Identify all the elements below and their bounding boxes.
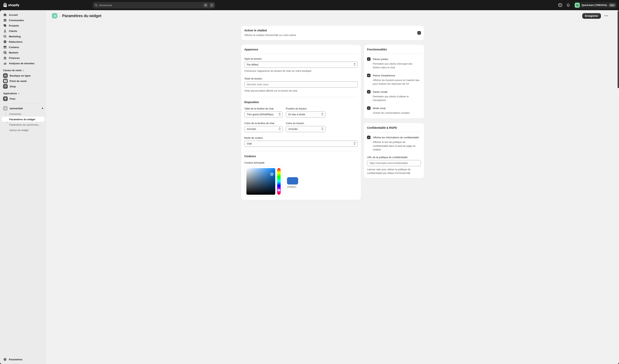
appearance-card: Apparence Style du bouton Par défaut Cho… bbox=[241, 45, 310, 182]
sidebar-item-clients[interactable]: Clients bbox=[1, 28, 45, 34]
button-text-help: Texte personnalisé affiché sur le bouton… bbox=[244, 89, 310, 93]
button-position-field: Position du bouton En bas à droite bbox=[286, 107, 310, 118]
color-picker bbox=[244, 166, 283, 182]
app-panel: Accueil Commandes Produits Clients Marke… bbox=[0, 10, 310, 182]
color-mode-select[interactable]: Clair bbox=[244, 141, 310, 147]
target-icon bbox=[3, 34, 7, 38]
search-bar[interactable]: Rechercher ⌘ K bbox=[93, 2, 215, 8]
chat-window-corners-select[interactable]: Arrondis bbox=[244, 126, 283, 132]
shop-icon bbox=[3, 84, 8, 89]
primary-color-label: Couleur principale bbox=[244, 161, 310, 164]
bank-icon bbox=[3, 56, 7, 60]
sidebar-item-aismarttalk[interactable]: aismarttalk bbox=[1, 105, 45, 111]
saturation-handle[interactable] bbox=[270, 173, 273, 176]
sidebar: Accueil Commandes Produits Clients Marke… bbox=[0, 10, 46, 182]
button-position-select[interactable]: En bas à droite bbox=[286, 112, 310, 118]
sidebar-subitem-apercu-du-widget[interactable]: Aperçu du widget bbox=[1, 127, 45, 133]
sidebar-item-markets[interactable]: $ Markets bbox=[1, 50, 45, 55]
content-icon bbox=[3, 45, 7, 49]
sidebar-item-shop[interactable]: Shop bbox=[1, 84, 45, 89]
sidebar-item-commandes[interactable]: Commandes bbox=[1, 17, 45, 23]
kbd-k: K bbox=[210, 3, 214, 7]
page-header: › Paramètres du widget Enregistrer bbox=[46, 10, 310, 22]
search-icon bbox=[95, 4, 98, 7]
select-caret-icon bbox=[279, 113, 281, 116]
kbd-cmd: ⌘ bbox=[204, 3, 208, 7]
flow-icon bbox=[3, 96, 8, 101]
globe-icon: $ bbox=[3, 51, 7, 55]
chat-window-size-field: Taille de la fenêtre de chat Très grand … bbox=[244, 107, 283, 118]
sidebar-section-canaux[interactable]: Canaux de vente bbox=[1, 68, 45, 73]
sidebar-item-contenu[interactable]: Contenu bbox=[1, 44, 45, 50]
shopify-wordmark: shopify bbox=[8, 3, 19, 7]
tag-icon bbox=[3, 24, 7, 28]
storefront-icon bbox=[3, 73, 8, 78]
primary-color-field: Couleur principale bbox=[244, 161, 310, 182]
color-mode-field: Mode de couleur Clair bbox=[244, 136, 310, 147]
discount-icon bbox=[3, 40, 7, 44]
button-text-input-wrap bbox=[244, 81, 310, 87]
enable-chatbot-title: Activer le chatbot bbox=[244, 29, 310, 32]
breadcrumb-chevron-icon: › bbox=[59, 14, 60, 17]
select-caret-icon bbox=[279, 127, 281, 131]
sidebar-item-boutique-en-ligne[interactable]: Boutique en ligne bbox=[1, 73, 45, 78]
page-title: Paramètres du widget bbox=[62, 14, 101, 18]
aismarttalk-group: › aismarttalk Connexion Paramètres du wi… bbox=[1, 105, 45, 133]
shopify-logo[interactable]: shopify bbox=[3, 2, 19, 8]
orders-icon bbox=[3, 18, 7, 22]
button-corners-field: Coins du bouton Arrondis bbox=[286, 122, 310, 132]
chevron-right-icon bbox=[22, 70, 24, 71]
chat-window-corners-field: Coins de la fenêtre de chat Arrondis bbox=[244, 122, 283, 132]
pos-icon bbox=[3, 79, 8, 83]
sidebar-item-accueil[interactable]: Accueil bbox=[1, 12, 45, 17]
sidebar-section-applications[interactable]: Applications bbox=[1, 91, 45, 96]
appearance-section-title: Apparence bbox=[244, 48, 310, 51]
topbar: shopify Rechercher ⌘ K Q( bbox=[0, 0, 310, 10]
saturation-area[interactable] bbox=[246, 168, 275, 182]
active-dot bbox=[42, 108, 43, 109]
sidebar-subitem-connexion[interactable]: Connexion bbox=[1, 111, 45, 117]
button-corners-select[interactable]: Arrondis bbox=[286, 126, 310, 132]
button-style-field: Style du bouton Par défaut Choisissez l'… bbox=[244, 57, 310, 73]
hue-slider[interactable] bbox=[277, 168, 281, 182]
button-style-help: Choisissez l'apparence du bouton de chat… bbox=[244, 69, 310, 73]
shopify-bag-icon bbox=[3, 2, 7, 8]
sidebar-item-marketing[interactable]: Marketing bbox=[1, 34, 45, 39]
search-placeholder: Rechercher bbox=[99, 4, 202, 7]
page-body: Activer le chatbot Afficher le chatbot A… bbox=[46, 22, 310, 182]
app-breadcrumb-icon[interactable] bbox=[52, 13, 57, 18]
sidebar-item-produits[interactable]: Produits bbox=[1, 23, 45, 28]
sidebar-item-reductions[interactable]: Réductions bbox=[1, 39, 45, 44]
colors-section-title: Couleurs bbox=[244, 155, 310, 158]
layout-section-title: Disposition bbox=[244, 101, 310, 104]
primary-color-swatch bbox=[287, 177, 298, 182]
sidebar-item-finances[interactable]: Finances bbox=[1, 55, 45, 61]
button-style-label: Style du bouton bbox=[244, 57, 310, 60]
home-icon bbox=[3, 13, 7, 17]
aismarttalk-app-icon bbox=[3, 106, 8, 111]
sidebar-item-analyses[interactable]: Analyses de données bbox=[1, 61, 45, 66]
person-icon bbox=[3, 29, 7, 33]
sidebar-subitem-parametres-synchronisation[interactable]: Paramètres de synchronis... bbox=[1, 122, 45, 127]
chevron-right-icon bbox=[18, 93, 20, 95]
button-text-label: Texte du bouton bbox=[244, 77, 310, 80]
button-text-input[interactable] bbox=[247, 83, 310, 86]
sidebar-item-flow[interactable]: Flow bbox=[1, 96, 45, 101]
chat-window-size-select[interactable]: Très grand (500x800px) bbox=[244, 112, 283, 118]
sidebar-item-point-de-vente[interactable]: Point de vente bbox=[1, 78, 45, 84]
enable-chatbot-card: Activer le chatbot Afficher le chatbot A… bbox=[241, 26, 310, 40]
enable-chatbot-description: Afficher le chatbot AISmartTalk sur votr… bbox=[244, 33, 310, 37]
bar-chart-icon bbox=[3, 61, 7, 65]
main-content: › Paramètres du widget Enregistrer Activ… bbox=[46, 10, 310, 182]
button-text-field: Texte du bouton Texte personnalisé affic… bbox=[244, 77, 310, 93]
sidebar-subitem-parametres-du-widget[interactable]: Paramètres du widget bbox=[1, 117, 45, 122]
button-style-select[interactable]: Par défaut bbox=[244, 62, 310, 68]
color-mode-label: Mode de couleur bbox=[244, 136, 310, 139]
